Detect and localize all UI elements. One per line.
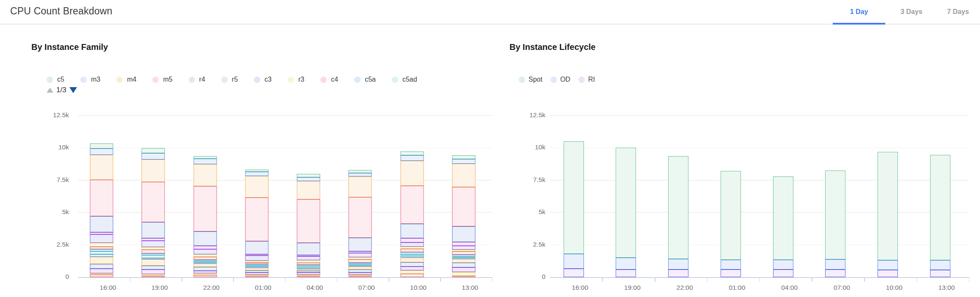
bar-segment-RI[interactable] <box>564 269 584 277</box>
bar-segment-c3[interactable] <box>142 241 165 247</box>
bar-segment-unlabeled-3[interactable] <box>452 263 475 267</box>
bar-segment-m5[interactable] <box>193 186 217 231</box>
bar-segment-c5ad[interactable] <box>142 255 165 258</box>
bar-segment-c4[interactable] <box>452 251 475 255</box>
bar-segment-unlabeled-6[interactable] <box>400 274 424 277</box>
legend-item-m4[interactable]: m4 <box>116 76 136 83</box>
bar-segment-Spot[interactable] <box>616 148 636 258</box>
bar-segment-m3[interactable] <box>452 159 475 164</box>
bar-segment-m3[interactable] <box>142 153 165 160</box>
legend-item-OD[interactable]: OD <box>551 76 570 83</box>
bar-segment-unlabeled-6[interactable] <box>349 276 372 277</box>
bar-segment-m4[interactable] <box>142 160 165 182</box>
legend-item-r3[interactable]: r3 <box>288 76 304 83</box>
bar-segment-unlabeled-2[interactable] <box>349 267 372 270</box>
bar-segment-m4[interactable] <box>193 164 217 186</box>
bar-segment-m3[interactable] <box>245 172 268 176</box>
bar-segment-m4[interactable] <box>452 164 475 187</box>
bar-segment-unlabeled-3[interactable] <box>193 267 217 270</box>
bar-segment-c5ad[interactable] <box>90 251 113 254</box>
bar-segment-r3[interactable] <box>90 243 113 246</box>
bar-segment-m3[interactable] <box>193 159 217 165</box>
bar-segment-unlabeled-2[interactable] <box>400 258 424 262</box>
bar-segment-OD[interactable] <box>564 254 584 269</box>
legend-item-m5[interactable]: m5 <box>152 76 172 83</box>
legend-item-RI[interactable]: RI <box>578 76 595 83</box>
bar-segment-c4[interactable] <box>90 247 113 250</box>
bar-segment-unlabeled-6[interactable] <box>193 275 217 277</box>
legend-item-c5[interactable]: c5 <box>47 76 64 83</box>
legend-item-c5ad[interactable]: c5ad <box>392 76 417 83</box>
bar-segment-c3[interactable] <box>400 242 424 247</box>
legend-item-Spot[interactable]: Spot <box>519 76 542 83</box>
bar-segment-m5[interactable] <box>297 199 320 243</box>
bar-segment-r4[interactable] <box>142 222 165 238</box>
bar-segment-Spot[interactable] <box>564 141 584 254</box>
bar-segment-RI[interactable] <box>616 270 636 277</box>
bar-segment-c3[interactable] <box>90 234 113 243</box>
bar-segment-r5[interactable] <box>400 238 424 242</box>
legend-item-c5a[interactable]: c5a <box>354 76 376 83</box>
bar-segment-r4[interactable] <box>400 224 424 239</box>
bar-segment-c4[interactable] <box>400 249 424 252</box>
bar-segment-c4[interactable] <box>142 250 165 253</box>
bar-segment-Spot[interactable] <box>721 171 741 259</box>
bar-segment-c3[interactable] <box>245 256 268 260</box>
bar-segment-Spot[interactable] <box>773 176 793 260</box>
bar-segment-unlabeled-3[interactable] <box>349 270 372 272</box>
bar-segment-r4[interactable] <box>90 216 113 232</box>
bar-segment-c3[interactable] <box>349 253 372 257</box>
bar-segment-unlabeled-6[interactable] <box>297 276 320 277</box>
bar-segment-m3[interactable] <box>349 173 372 176</box>
legend-page-up-icon[interactable] <box>47 88 53 93</box>
bar-segment-unlabeled-3[interactable] <box>400 262 424 267</box>
bar-segment-r4[interactable] <box>349 238 372 252</box>
legend-item-r5[interactable]: r5 <box>221 76 238 83</box>
bar-segment-m5[interactable] <box>452 187 475 226</box>
bar-segment-m5[interactable] <box>400 186 424 224</box>
bar-segment-unlabeled-6[interactable] <box>452 276 475 277</box>
tab-1-day[interactable]: 1 Day <box>833 0 885 24</box>
bar-segment-RI[interactable] <box>668 270 688 277</box>
tab-3-days[interactable]: 3 Days <box>885 0 938 24</box>
bar-segment-c4[interactable] <box>349 259 372 263</box>
bar-segment-OD[interactable] <box>773 260 793 270</box>
bar-segment-unlabeled-4[interactable] <box>452 267 475 272</box>
bar-segment-c4[interactable] <box>193 257 217 260</box>
bar-segment-m4[interactable] <box>400 161 424 186</box>
bar-segment-unlabeled-3[interactable] <box>90 264 113 269</box>
bar-segment-Spot[interactable] <box>930 155 950 260</box>
bar-segment-r4[interactable] <box>297 243 320 255</box>
bar-segment-unlabeled-4[interactable] <box>142 270 165 275</box>
bar-segment-m5[interactable] <box>90 180 113 216</box>
bar-segment-m4[interactable] <box>297 181 320 199</box>
bar-segment-RI[interactable] <box>721 270 741 277</box>
bar-segment-c3[interactable] <box>193 249 217 254</box>
bar-segment-m5[interactable] <box>349 197 372 238</box>
bar-segment-unlabeled-4[interactable] <box>90 269 113 273</box>
bar-segment-unlabeled-2[interactable] <box>142 259 165 266</box>
bar-segment-OD[interactable] <box>825 259 845 269</box>
bar-segment-OD[interactable] <box>878 260 898 270</box>
bar-segment-c3[interactable] <box>297 256 320 260</box>
bar-segment-r4[interactable] <box>452 226 475 242</box>
bar-segment-m5[interactable] <box>245 198 268 241</box>
tab-7-days[interactable]: 7 Days <box>938 0 978 24</box>
bar-segment-Spot[interactable] <box>668 156 688 259</box>
bar-segment-r5[interactable] <box>452 242 475 246</box>
bar-segment-c3[interactable] <box>452 246 475 250</box>
bar-segment-unlabeled-2[interactable] <box>452 259 475 263</box>
bar-segment-OD[interactable] <box>616 258 636 270</box>
legend-item-c4[interactable]: c4 <box>320 76 338 83</box>
bar-segment-c5[interactable] <box>349 170 372 173</box>
bar-segment-c5[interactable] <box>90 143 113 148</box>
bar-segment-RI[interactable] <box>878 270 898 277</box>
bar-segment-c5[interactable] <box>400 151 424 155</box>
bar-segment-unlabeled-5[interactable] <box>400 270 424 274</box>
bar-segment-m4[interactable] <box>90 155 113 180</box>
bar-segment-unlabeled-2[interactable] <box>193 264 217 267</box>
bar-segment-unlabeled-3[interactable] <box>142 266 165 269</box>
bar-segment-Spot[interactable] <box>825 170 845 260</box>
bar-segment-unlabeled-5[interactable] <box>452 272 475 276</box>
bar-segment-unlabeled-2[interactable] <box>90 257 113 264</box>
